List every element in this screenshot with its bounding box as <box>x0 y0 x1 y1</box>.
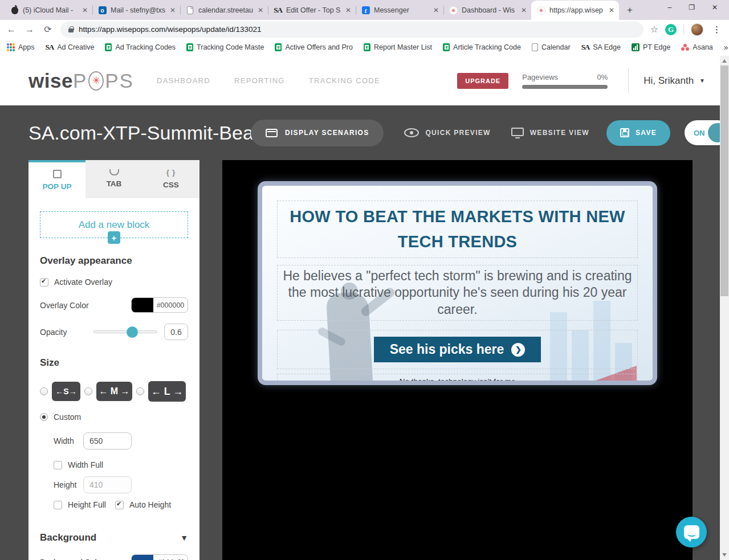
scrollbar-thumb[interactable] <box>720 66 728 296</box>
tab-css[interactable]: { } CSS <box>142 160 199 198</box>
collapse-caret-icon[interactable]: ▼ <box>180 533 188 542</box>
background-color-row: Background Color #144e8f <box>40 554 188 560</box>
size-medium-button[interactable]: ← M → <box>96 382 132 401</box>
sheet-icon <box>105 43 112 51</box>
activate-overlay-checkbox[interactable] <box>40 278 48 287</box>
bookmarks-overflow-icon[interactable]: » <box>724 43 728 52</box>
avatar[interactable] <box>691 23 703 36</box>
bookmark-asana[interactable]: Asana <box>681 43 712 51</box>
overlay-opacity-input[interactable] <box>164 324 188 340</box>
nav-reporting[interactable]: REPORTING <box>234 76 285 85</box>
tab-popup[interactable]: POP UP <box>28 160 85 198</box>
display-scenarios-button[interactable]: DISPLAY SCENARIOS <box>251 120 384 146</box>
tab-title: Dashboard - Wis <box>462 6 517 14</box>
browser-menu-icon[interactable]: ⋮ <box>710 24 723 35</box>
overlay-color-picker[interactable]: #000000 <box>131 297 188 313</box>
quick-preview-button[interactable]: QUICK PREVIEW <box>404 128 490 137</box>
close-icon[interactable]: ✕ <box>521 6 527 14</box>
sheet-icon <box>275 43 282 51</box>
bookmark-apps[interactable]: Apps <box>7 43 35 51</box>
back-button[interactable]: ← <box>6 24 17 35</box>
bookmark-ad-creative[interactable]: SA Ad Creative <box>46 43 95 52</box>
tab-title: calendar.streetau <box>198 6 254 14</box>
dismiss-link[interactable]: No thanks, technology isn’t for me <box>400 377 515 385</box>
size-large-radio[interactable] <box>136 387 144 395</box>
size-small-radio[interactable] <box>40 387 48 395</box>
size-custom-radio[interactable] <box>40 413 48 421</box>
restore-button[interactable]: ❐ <box>689 3 695 11</box>
nav-dashboard[interactable]: DASHBOARD <box>157 76 210 85</box>
plus-icon[interactable]: + <box>108 231 120 244</box>
new-tab-button[interactable]: + <box>622 3 637 18</box>
save-button[interactable]: SAVE <box>606 120 670 146</box>
tab-outlook-mail[interactable]: o Mail - stefny@txs ✕ <box>92 1 180 20</box>
bookmark-ad-tracking-codes[interactable]: Ad Tracking Codes <box>105 43 176 51</box>
url-text[interactable]: https://app.wisepops.com/wisepops/update… <box>79 25 261 34</box>
close-icon[interactable]: ✕ <box>345 6 351 14</box>
tab-calendar[interactable]: calendar.streetau ✕ <box>180 1 268 20</box>
forward-button[interactable]: → <box>24 24 35 35</box>
close-icon[interactable]: ✕ <box>609 6 614 14</box>
height-full-checkbox[interactable] <box>54 501 62 509</box>
tab-icloud-mail[interactable]: (5) iCloud Mail - ✕ <box>5 1 92 20</box>
size-small-button[interactable]: ←S→ <box>52 382 80 401</box>
activate-overlay-label: Activate Overlay <box>54 277 112 287</box>
tab-messenger[interactable]: f Messenger ✕ <box>356 1 443 20</box>
user-menu[interactable]: Hi, Srikanth ▼ <box>644 75 705 87</box>
scroll-up-arrow[interactable] <box>722 59 727 63</box>
close-window-button[interactable]: ✕ <box>712 3 718 11</box>
close-icon[interactable]: ✕ <box>82 6 88 14</box>
close-icon[interactable]: ✕ <box>170 6 176 14</box>
auto-height-checkbox[interactable] <box>115 501 124 509</box>
upgrade-button[interactable]: UPGRADE <box>457 73 508 89</box>
size-medium-radio[interactable] <box>84 387 92 395</box>
background-color-picker[interactable]: #144e8f <box>131 554 188 560</box>
bookmark-sa-edge[interactable]: SA SA Edge <box>581 43 621 52</box>
width-input[interactable] <box>83 432 132 449</box>
pageviews-percent: 0% <box>597 73 608 81</box>
width-full-checkbox[interactable] <box>54 461 62 469</box>
popup-frame[interactable]: HOW TO BEAT THE MARKETS WITH NEW TECH TR… <box>258 181 657 385</box>
bookmark-article-tracking-code[interactable]: Article Tracking Code <box>443 43 521 51</box>
url-field[interactable]: https://app.wisepops.com/wisepops/update… <box>60 22 644 38</box>
lock-icon <box>68 28 74 32</box>
popup-body-block[interactable]: He believes a "perfect tech storm" is br… <box>277 265 638 321</box>
tab-dashboard[interactable]: ✳ Dashboard - Wis ✕ <box>443 1 531 20</box>
pageviews-label: Pageviews <box>522 73 558 81</box>
tab-label: TAB <box>107 179 122 188</box>
bookmark-active-offers[interactable]: Active Offers and Pro <box>275 43 353 51</box>
tab-edit-offer[interactable]: SA Edit Offer - Top S ✕ <box>268 1 356 20</box>
bookmark-pt-edge[interactable]: PT Edge <box>632 43 670 51</box>
bookmark-report-master-list[interactable]: Report Master List <box>364 43 432 51</box>
bookmark-calendar[interactable]: Calendar <box>532 43 571 51</box>
add-new-block-button[interactable]: Add a new block + <box>40 211 188 238</box>
popup-headline-block[interactable]: HOW TO BEAT THE MARKETS WITH NEW TECH TR… <box>277 201 638 258</box>
grammarly-icon[interactable]: G <box>665 24 677 35</box>
wisepops-logo[interactable]: wise P ✳ PS <box>28 70 134 92</box>
close-icon[interactable]: ✕ <box>258 6 263 14</box>
refresh-button[interactable]: ⟳ <box>42 24 54 35</box>
asana-icon <box>681 44 689 51</box>
bookmarks-bar: Apps SA Ad Creative Ad Tracking Codes Tr… <box>0 39 729 56</box>
bookmark-star-icon[interactable]: ☆ <box>650 24 658 35</box>
tab-active-wisepops[interactable]: ✳ https://app.wisep ✕ <box>531 1 619 20</box>
scroll-down-arrow[interactable] <box>722 553 727 557</box>
apple-icon <box>10 6 19 15</box>
cta-button[interactable]: See his picks here ❯ <box>374 337 541 362</box>
overlay-opacity-slider[interactable] <box>93 326 157 338</box>
tab-tab[interactable]: TAB <box>85 160 142 198</box>
intercom-chat-button[interactable] <box>676 517 707 547</box>
popup-preview-canvas: HOW TO BEAT THE MARKETS WITH NEW TECH TR… <box>222 160 693 560</box>
page-scrollbar[interactable] <box>720 56 729 560</box>
height-input[interactable] <box>83 476 132 493</box>
website-view-button[interactable]: WEBSITE VIEW <box>511 128 589 138</box>
slider-knob[interactable] <box>127 326 138 338</box>
cta-label: See his picks here <box>390 342 504 357</box>
bookmark-tracking-code-master[interactable]: Tracking Code Maste <box>186 43 264 51</box>
size-large-button[interactable]: ← L → <box>148 381 186 402</box>
nav-tracking-code[interactable]: TRACKING CODE <box>309 76 380 85</box>
bookmark-label: Report Master List <box>374 43 432 51</box>
close-icon[interactable]: ✕ <box>433 6 439 14</box>
minimize-button[interactable]: – <box>667 3 671 11</box>
sa-icon: SA <box>274 6 282 15</box>
